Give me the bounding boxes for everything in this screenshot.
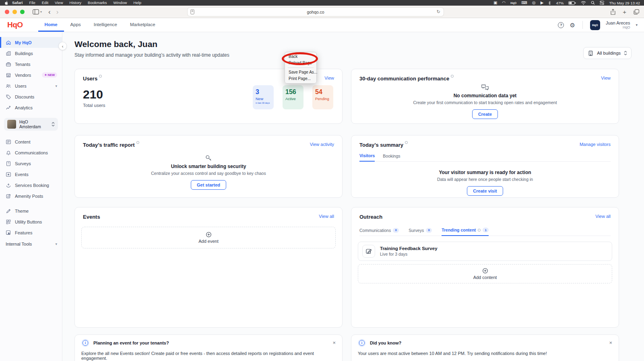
minimize-window-button[interactable]: [12, 10, 17, 14]
sidebar-item-communications[interactable]: Communications: [0, 147, 62, 158]
sidebar-item-theme[interactable]: Theme: [0, 205, 62, 216]
content-item-title: Training Feedback Survey: [380, 246, 438, 251]
headset-icon[interactable]: ◠: [502, 0, 506, 6]
communication-view-link[interactable]: View: [601, 76, 611, 80]
menubar-edit[interactable]: Edit: [39, 0, 52, 6]
sidebar-item-label: Features: [15, 230, 32, 235]
sidebar-item-services-booking[interactable]: Services Booking: [0, 180, 62, 191]
forward-button[interactable]: ›: [56, 6, 59, 18]
content-icon: [6, 139, 11, 145]
create-visit-button[interactable]: Create visit: [467, 186, 503, 196]
tab-communications[interactable]: Communications 0: [359, 228, 399, 236]
back-button[interactable]: ‹: [48, 6, 51, 18]
sidebar-item-surveys[interactable]: Surveys: [0, 158, 62, 169]
outreach-view-all-link[interactable]: View all: [595, 214, 611, 219]
sidebar-item-tenants[interactable]: Tenants: [0, 59, 62, 70]
keyboard-icon[interactable]: ⌨: [522, 0, 527, 6]
sidebar-item-content[interactable]: Content: [0, 136, 62, 147]
context-menu-back[interactable]: Back: [285, 53, 316, 60]
tab-surveys[interactable]: Surveys 0: [409, 228, 432, 236]
wifi-icon[interactable]: [581, 1, 586, 5]
sidebar-item-discounts[interactable]: Discounts: [0, 91, 62, 102]
tab-home[interactable]: Home: [38, 18, 64, 32]
theme-pen-icon: [6, 208, 11, 214]
record-icon[interactable]: ◎: [532, 0, 536, 6]
close-icon[interactable]: ×: [332, 340, 336, 345]
user-menu-chevron-icon[interactable]: ▾: [636, 23, 638, 27]
apple-logo-icon[interactable]: [4, 0, 8, 5]
sidebar-item-vendors[interactable]: Vendors ✦ NEW: [0, 70, 62, 80]
add-content-button[interactable]: Add content: [358, 264, 612, 283]
tab-bookings[interactable]: Bookings: [383, 153, 400, 161]
tab-intelligence[interactable]: Intelligence: [87, 18, 124, 32]
amenity-post-icon: [6, 193, 11, 199]
info-icon[interactable]: [136, 141, 139, 144]
sidebar-item-utility-buttons[interactable]: Utility Buttons: [0, 216, 62, 227]
menubar-clock[interactable]: Thu May 29 13:42: [609, 1, 640, 5]
tab-overview-icon[interactable]: [634, 9, 639, 14]
building-selector[interactable]: HqO Amsterdam: [4, 118, 58, 131]
create-communication-button[interactable]: Create: [472, 109, 498, 119]
sidebar-item-users[interactable]: Users ▾: [0, 80, 62, 91]
menubar-app-name[interactable]: Safari: [9, 0, 26, 6]
menubar-window[interactable]: Window: [110, 0, 130, 6]
events-view-all-link[interactable]: View all: [319, 214, 334, 219]
reload-icon[interactable]: ↻: [437, 8, 440, 16]
menubar-view[interactable]: View: [52, 0, 66, 6]
menubar-help[interactable]: Help: [130, 0, 144, 6]
zoom-window-button[interactable]: [20, 10, 25, 14]
sidebar-item-amenity-posts[interactable]: Amenity Posts: [0, 191, 62, 201]
hqo-logo[interactable]: HqO: [7, 21, 23, 29]
context-menu-reload-page[interactable]: Reload Page: [285, 60, 316, 66]
sidebar-item-label: Surveys: [15, 161, 31, 166]
bluetooth-icon[interactable]: [548, 1, 551, 5]
gear-icon[interactable]: ⚙: [570, 22, 575, 28]
menubar-file[interactable]: File: [26, 0, 38, 6]
screen-mirroring-icon[interactable]: ▣: [493, 0, 497, 6]
address-bar[interactable]: gohqo.co ↻: [188, 8, 444, 16]
spotlight-icon[interactable]: [591, 1, 595, 5]
tab-trending-content[interactable]: Trending content 1: [442, 228, 489, 236]
add-event-label: Add event: [198, 239, 219, 244]
context-menu-print-page[interactable]: Print Page...: [285, 76, 316, 82]
get-started-button[interactable]: Get started: [191, 180, 226, 190]
services-icon: [6, 183, 11, 188]
sidebar-toggle-icon[interactable]: [33, 9, 39, 14]
info-icon[interactable]: [405, 141, 408, 144]
close-window-button[interactable]: [5, 10, 9, 14]
tab-visitors[interactable]: Visitors: [359, 153, 375, 162]
help-icon[interactable]: ?: [558, 22, 564, 28]
sidebar-item-features[interactable]: Features: [0, 227, 62, 238]
sidebar-item-internal-tools[interactable]: Internal Tools ▾: [0, 238, 62, 249]
sidebar-item-events[interactable]: Events: [0, 169, 62, 180]
view-activity-link[interactable]: View activity: [310, 142, 334, 147]
menubar-bookmarks[interactable]: Bookmarks: [85, 0, 110, 6]
hqo-menubar-icon[interactable]: HqO: [510, 2, 516, 4]
add-event-button[interactable]: Add event: [81, 227, 336, 248]
users-view-link[interactable]: View: [324, 76, 334, 80]
sidebar-item-my-hqo[interactable]: My HqO: [0, 37, 62, 48]
menubar-history[interactable]: History: [66, 0, 85, 6]
info-icon[interactable]: [99, 75, 102, 78]
storefront-icon: [6, 72, 11, 78]
tab-marketplace[interactable]: Marketplace: [124, 18, 162, 32]
play-icon[interactable]: ▶: [541, 0, 544, 6]
sidebar-item-analytics[interactable]: Analytics: [0, 102, 62, 113]
context-menu-divider: [288, 68, 314, 68]
sidebar-collapse-button[interactable]: ‹: [58, 42, 67, 50]
page-subtitle: Stay informed and manage your building’s…: [74, 52, 229, 58]
trending-content-item[interactable]: Training Feedback Survey Live for 3 days: [358, 242, 612, 261]
tab-apps[interactable]: Apps: [64, 18, 87, 32]
info-icon[interactable]: [451, 75, 454, 78]
control-center-icon[interactable]: [600, 1, 604, 5]
context-menu-save-page-as[interactable]: Save Page As...: [285, 69, 316, 76]
privacy-report-icon[interactable]: [190, 9, 194, 14]
avatar[interactable]: HqO: [590, 20, 600, 30]
sidebar-item-buildings[interactable]: Buildings: [0, 48, 62, 59]
share-icon[interactable]: [611, 9, 615, 15]
sidebar-chevron-icon[interactable]: ▾: [40, 10, 42, 14]
new-tab-button[interactable]: +: [623, 6, 626, 18]
manage-visitors-link[interactable]: Manage visitors: [580, 142, 611, 147]
buildings-filter-dropdown[interactable]: All buildings: [583, 47, 632, 59]
close-icon[interactable]: ×: [609, 340, 612, 345]
